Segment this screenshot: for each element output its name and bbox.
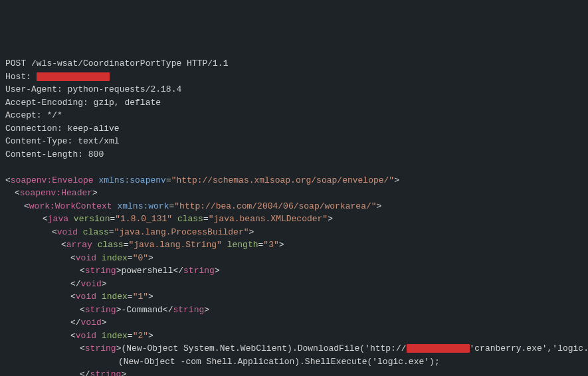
code-block: POST /wls-wsat/CoordinatorPortType HTTP/… — [5, 57, 583, 376]
